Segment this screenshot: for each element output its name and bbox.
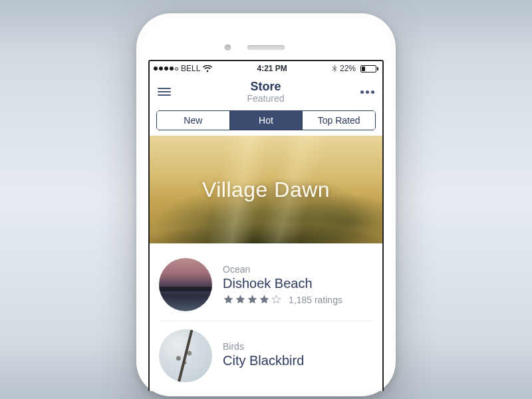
- item-category: Birds: [223, 341, 373, 352]
- star-icon: [235, 294, 246, 305]
- status-left: BELL: [154, 64, 212, 73]
- phone-frame: BELL 4:21 PM 22%: [136, 13, 396, 396]
- nav-bar: Store Featured: [150, 76, 382, 106]
- screen: BELL 4:21 PM 22%: [148, 60, 384, 391]
- carrier-label: BELL: [181, 64, 200, 73]
- hero-banner[interactable]: Village Dawn: [150, 136, 382, 243]
- item-category: Ocean: [223, 264, 373, 275]
- wifi-icon: [203, 65, 212, 72]
- page-title: Store: [247, 80, 284, 94]
- hero-title: Village Dawn: [150, 136, 382, 243]
- phone-speaker: [247, 45, 285, 50]
- tab-new[interactable]: New: [157, 111, 230, 130]
- signal-dots-icon: [154, 66, 178, 70]
- list-item[interactable]: Birds City Blackbird: [159, 321, 373, 391]
- ratings-count: 1,185 ratings: [289, 295, 342, 305]
- item-thumbnail: [159, 329, 212, 382]
- list-item[interactable]: Ocean Dishoek Beach 1,185 ratings: [159, 250, 373, 321]
- battery-icon: [358, 65, 378, 72]
- star-icon: [259, 294, 270, 305]
- item-list: Ocean Dishoek Beach 1,185 ratings: [150, 243, 382, 391]
- star-rating: [223, 294, 282, 305]
- more-icon[interactable]: [360, 90, 374, 94]
- rating-row: 1,185 ratings: [223, 294, 373, 305]
- star-icon: [223, 294, 234, 305]
- battery-pct: 22%: [340, 64, 356, 73]
- menu-icon[interactable]: [158, 88, 171, 96]
- star-icon: [247, 294, 258, 305]
- page-subtitle: Featured: [247, 93, 284, 104]
- item-thumbnail: [159, 258, 212, 311]
- star-empty-icon: [271, 294, 282, 305]
- tab-hot[interactable]: Hot: [230, 111, 303, 130]
- status-right: 22%: [332, 64, 378, 73]
- nav-center: Store Featured: [247, 80, 284, 104]
- phone-inner: BELL 4:21 PM 22%: [142, 19, 390, 391]
- item-title: Dishoek Beach: [223, 276, 373, 291]
- item-meta: Birds City Blackbird: [223, 341, 373, 371]
- bluetooth-icon: [332, 65, 337, 73]
- tab-top-rated[interactable]: Top Rated: [303, 111, 375, 130]
- item-meta: Ocean Dishoek Beach 1,185 ratings: [223, 264, 373, 305]
- status-bar: BELL 4:21 PM 22%: [150, 61, 382, 76]
- status-time: 4:21 PM: [257, 64, 287, 73]
- segmented-control: New Hot Top Rated: [156, 110, 376, 130]
- item-title: City Blackbird: [223, 353, 373, 368]
- phone-camera: [225, 45, 231, 51]
